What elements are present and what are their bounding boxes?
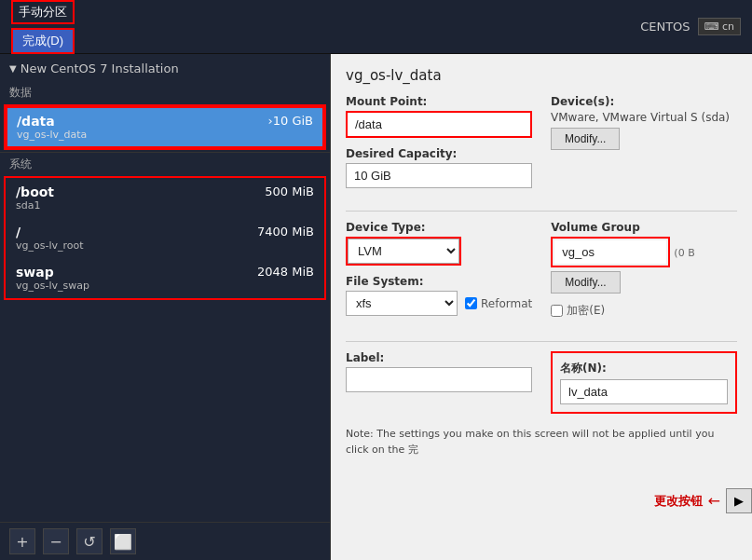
- right-panel: vg_os-lv_data Mount Point: Desired Capac…: [331, 54, 752, 560]
- arrow-icon: ›: [268, 114, 273, 128]
- label-group: Label:: [346, 351, 532, 392]
- system-partition-group: 500 MiB /boot sda1 7400 MiB / vg_os-lv_r…: [4, 176, 326, 300]
- device-type-col: Device Type: LVM File System: xfs: [346, 221, 532, 328]
- change-button[interactable]: ▶: [726, 488, 752, 513]
- device-type-select[interactable]: LVM: [348, 239, 459, 264]
- partition-boot-subname: sda1: [16, 199, 314, 212]
- device-type-label: Device Type:: [346, 221, 532, 234]
- section-data-label: 数据: [0, 79, 330, 102]
- partition-data-subname: vg_os-lv_data: [17, 129, 313, 141]
- devices-label: Device(s):: [551, 95, 737, 108]
- topbar: 手动分区 完成(D) CENTOS ⌨ cn: [0, 0, 752, 54]
- mount-point-group: Mount Point:: [346, 95, 532, 138]
- partition-swap-size: 2048 MiB: [257, 265, 314, 279]
- name-label: 名称(N):: [560, 361, 728, 376]
- topbar-left: 手动分区 完成(D): [11, 0, 75, 54]
- configure-button[interactable]: ⬜: [110, 528, 136, 554]
- volume-group-input[interactable]: [554, 240, 666, 264]
- encrypt-group: 加密(E): [551, 303, 737, 319]
- left-bottom-bar: + − ↺ ⬜: [0, 522, 330, 560]
- name-input[interactable]: [560, 379, 728, 404]
- filesystem-group: File System: xfs Reformat: [346, 275, 532, 316]
- label-input[interactable]: [346, 367, 532, 392]
- partition-data-size: 10 GiB: [273, 114, 313, 128]
- form-label-section: Label: 名称(N):: [346, 351, 737, 414]
- volume-group-input-wrapper: [551, 237, 670, 267]
- encrypt-label: 加密(E): [567, 303, 605, 319]
- encrypt-row: 加密(E): [551, 303, 737, 319]
- partition-detail-title: vg_os-lv_data: [346, 67, 737, 84]
- main-layout: ▼ New CentOS 7 Installation 数据 10 GiB › …: [0, 54, 752, 560]
- partition-swap[interactable]: 2048 MiB swap vg_os-lv_swap: [6, 258, 324, 298]
- change-button-area: 更改按钮 ← ▶: [654, 488, 752, 513]
- divider2: [346, 341, 737, 342]
- partition-boot-size: 500 MiB: [265, 184, 314, 198]
- change-btn-label: 更改按钮: [654, 493, 703, 510]
- form-device-section: Device Type: LVM File System: xfs: [346, 221, 737, 328]
- divider1: [346, 211, 737, 212]
- device-type-select-wrapper: LVM: [346, 237, 461, 266]
- remove-button[interactable]: −: [43, 528, 69, 554]
- devices-group: Device(s): VMware, VMware Virtual S (sda…: [551, 95, 737, 150]
- partition-swap-subname: vg_os-lv_swap: [16, 280, 314, 292]
- left-panel: ▼ New CentOS 7 Installation 数据 10 GiB › …: [0, 54, 331, 560]
- installation-title: New CentOS 7 Installation: [21, 61, 179, 75]
- add-button[interactable]: +: [9, 528, 35, 554]
- partition-root-size: 7400 MiB: [257, 225, 314, 239]
- devices-value: VMware, VMware Virtual S (sda): [551, 111, 737, 124]
- refresh-button[interactable]: ↺: [76, 528, 103, 554]
- reformat-checkbox[interactable]: [465, 297, 477, 309]
- section-system-label: 系统: [0, 152, 330, 174]
- topbar-right: CENTOS ⌨ cn: [640, 18, 741, 35]
- name-col: 名称(N):: [551, 351, 737, 414]
- label-label: Label:: [346, 351, 532, 364]
- partition-data[interactable]: 10 GiB › /data vg_os-lv_data: [6, 106, 324, 148]
- change-btn-arrow-icon: ←: [708, 492, 720, 510]
- filesystem-row: xfs Reformat: [346, 291, 532, 316]
- volume-group-size: (0 B: [674, 247, 694, 259]
- name-section-box: 名称(N):: [551, 351, 737, 414]
- filesystem-select[interactable]: xfs: [346, 291, 458, 316]
- form-left-col: Mount Point: Desired Capacity:: [346, 95, 532, 198]
- page-title: 手动分区: [11, 0, 75, 24]
- partition-boot[interactable]: 500 MiB /boot sda1: [6, 178, 324, 218]
- volume-group-label: Volume Group: [551, 221, 737, 234]
- modify-volume-button[interactable]: Modify...: [551, 271, 620, 294]
- volume-group-col: Volume Group (0 B Modify... 加密(E): [551, 221, 737, 328]
- desired-capacity-input[interactable]: [346, 163, 532, 188]
- done-button[interactable]: 完成(D): [11, 28, 75, 54]
- keyboard-icon[interactable]: ⌨ cn: [698, 18, 741, 35]
- device-type-group: Device Type: LVM: [346, 221, 532, 266]
- mount-point-label: Mount Point:: [346, 95, 532, 108]
- desired-capacity-group: Desired Capacity:: [346, 147, 532, 188]
- centos-label: CENTOS: [640, 20, 690, 34]
- mount-point-input[interactable]: [346, 111, 532, 138]
- filesystem-label: File System:: [346, 275, 532, 288]
- encrypt-checkbox[interactable]: [551, 305, 563, 317]
- reformat-label: Reformat: [481, 297, 532, 310]
- partition-root[interactable]: 7400 MiB / vg_os-lv_root: [6, 218, 324, 258]
- reformat-checkbox-row: Reformat: [465, 297, 532, 310]
- note-text: Note: The settings you make on this scre…: [346, 427, 737, 458]
- collapse-icon[interactable]: ▼: [9, 63, 17, 74]
- desired-capacity-label: Desired Capacity:: [346, 147, 532, 160]
- volume-group-group: Volume Group (0 B Modify...: [551, 221, 737, 294]
- label-col: Label:: [346, 351, 532, 414]
- data-partition-group: 10 GiB › /data vg_os-lv_data: [4, 104, 326, 150]
- modify-devices-button[interactable]: Modify...: [551, 128, 620, 150]
- form-right-col: Device(s): VMware, VMware Virtual S (sda…: [551, 95, 737, 198]
- partition-root-subname: vg_os-lv_root: [16, 239, 314, 252]
- installation-header: ▼ New CentOS 7 Installation: [0, 54, 330, 79]
- form-top-section: Mount Point: Desired Capacity: Device(s)…: [346, 95, 737, 198]
